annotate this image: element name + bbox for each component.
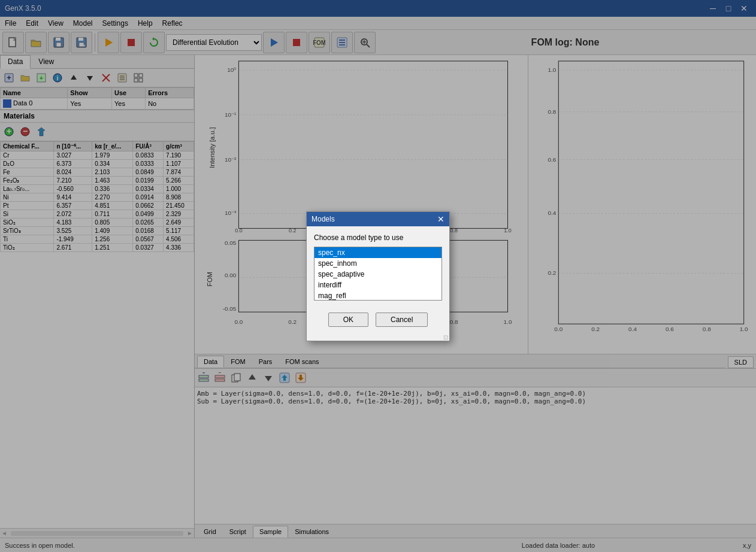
modal-cancel-button[interactable]: Cancel [376,313,428,327]
models-dialog: Models ✕ Choose a model type to use spec… [306,211,450,341]
modal-buttons: OK Cancel [307,308,449,334]
model-item-spec-nx[interactable]: spec_nx [315,247,441,258]
modal-title: Models [312,215,335,223]
modal-body: Choose a model type to use spec_nx spec_… [307,226,449,308]
model-item-spec-adaptive[interactable]: spec_adaptive [315,269,441,280]
model-item-interdiff[interactable]: interdiff [315,280,441,290]
modal-titlebar: Models ✕ [307,212,449,226]
model-listbox[interactable]: spec_nx spec_inhom spec_adaptive interdi… [314,247,442,301]
modal-description: Choose a model type to use [314,233,442,242]
modal-resize-handle[interactable]: ⊡ [307,334,449,341]
model-item-mag-refl[interactable]: mag_refl [315,290,441,301]
modal-close-button[interactable]: ✕ [437,214,444,224]
modal-overlay: Models ✕ Choose a model type to use spec… [0,0,756,552]
model-item-spec-inhom[interactable]: spec_inhom [315,258,441,269]
modal-ok-button[interactable]: OK [328,313,368,327]
